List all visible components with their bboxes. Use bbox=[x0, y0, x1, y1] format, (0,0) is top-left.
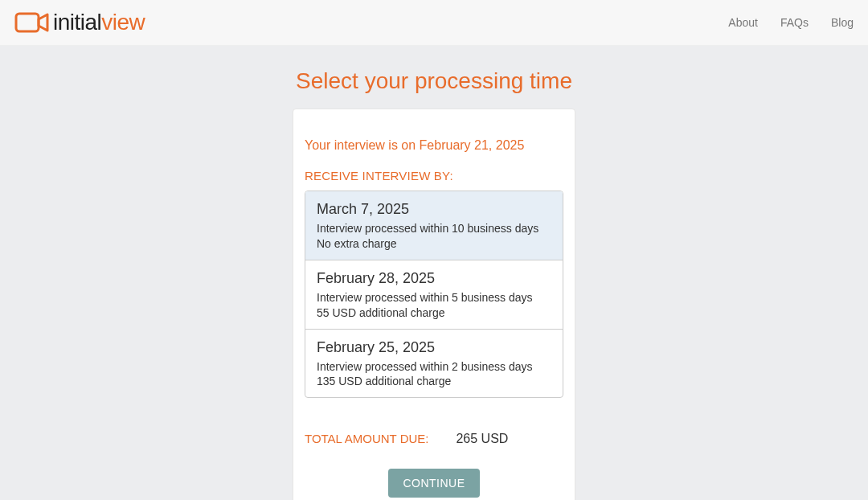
option-description: Interview processed within 2 business da… bbox=[317, 359, 551, 375]
option-charge: 55 USD additional charge bbox=[317, 305, 551, 321]
receive-by-label: RECEIVE INTERVIEW BY: bbox=[305, 169, 563, 182]
nav: About FAQs Blog bbox=[728, 16, 854, 29]
logo-text: initialview bbox=[53, 10, 145, 35]
option-description: Interview processed within 10 business d… bbox=[317, 221, 551, 236]
svg-rect-0 bbox=[16, 14, 39, 31]
option-date: February 28, 2025 bbox=[317, 270, 551, 287]
processing-time-card: Your interview is on February 21, 2025 R… bbox=[293, 109, 575, 500]
page-title: Select your processing time bbox=[0, 68, 868, 94]
nav-link-blog[interactable]: Blog bbox=[831, 16, 854, 29]
logo-camera-icon bbox=[14, 10, 50, 35]
option-date: March 7, 2025 bbox=[317, 201, 551, 218]
total-amount: 265 USD bbox=[456, 432, 508, 446]
option-date: February 25, 2025 bbox=[317, 339, 551, 356]
nav-link-about[interactable]: About bbox=[728, 16, 758, 29]
logo-text-initial: initial bbox=[53, 10, 101, 35]
processing-option[interactable]: February 25, 2025 Interview processed wi… bbox=[305, 330, 563, 398]
processing-option[interactable]: March 7, 2025 Interview processed within… bbox=[305, 191, 563, 260]
continue-button[interactable]: CONTINUE bbox=[388, 469, 479, 498]
nav-link-faqs[interactable]: FAQs bbox=[780, 16, 809, 29]
total-row: TOTAL AMOUNT DUE: 265 USD bbox=[305, 432, 563, 446]
total-label: TOTAL AMOUNT DUE: bbox=[305, 432, 428, 445]
processing-option[interactable]: February 28, 2025 Interview processed wi… bbox=[305, 260, 563, 330]
processing-options: March 7, 2025 Interview processed within… bbox=[305, 191, 563, 398]
logo[interactable]: initialview bbox=[14, 10, 145, 35]
option-charge: No extra charge bbox=[317, 236, 551, 252]
logo-text-view: view bbox=[101, 10, 145, 35]
interview-date: Your interview is on February 21, 2025 bbox=[305, 138, 563, 153]
option-charge: 135 USD additional charge bbox=[317, 374, 551, 389]
continue-button-wrap: CONTINUE bbox=[305, 469, 563, 498]
option-description: Interview processed within 5 business da… bbox=[317, 290, 551, 305]
header: initialview About FAQs Blog bbox=[0, 0, 868, 46]
